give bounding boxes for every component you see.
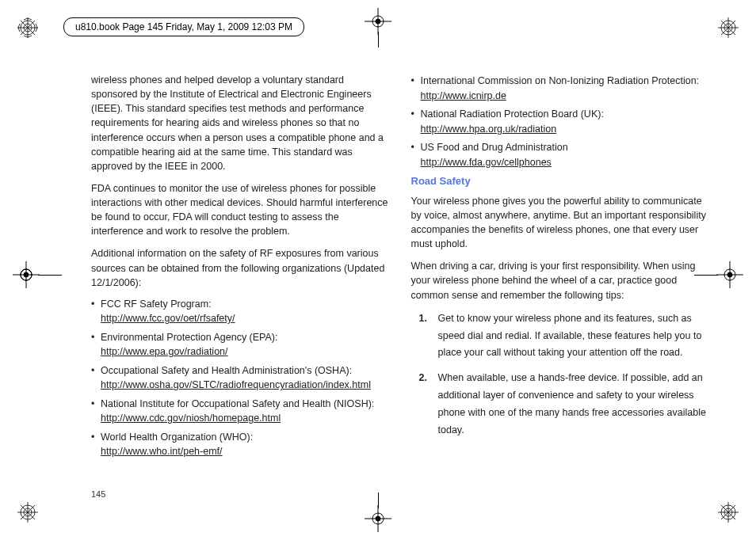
svg-point-39 bbox=[376, 19, 380, 24]
registration-mark-icon bbox=[17, 502, 38, 523]
svg-line-6 bbox=[28, 18, 32, 20]
svg-point-38 bbox=[372, 16, 384, 27]
svg-line-8 bbox=[36, 24, 37, 28]
crosshair-icon bbox=[365, 505, 391, 532]
svg-line-7 bbox=[24, 18, 28, 20]
page: u810.book Page 145 Friday, May 1, 2009 1… bbox=[0, 0, 756, 540]
paragraph: wireless phones and helped develop a vol… bbox=[91, 73, 389, 173]
org-url[interactable]: http://www.icnirp.de bbox=[421, 89, 709, 104]
svg-line-25 bbox=[21, 505, 35, 519]
svg-point-32 bbox=[21, 269, 32, 280]
list-item: National Institute for Occupational Safe… bbox=[91, 397, 389, 426]
svg-line-13 bbox=[18, 28, 20, 32]
org-label: FCC RF Safety Program: bbox=[101, 299, 212, 310]
crop-line bbox=[378, 492, 379, 508]
org-label: National Institute for Occupational Safe… bbox=[101, 398, 374, 409]
svg-point-37 bbox=[727, 272, 732, 277]
content-area: wireless phones and helped develop a vol… bbox=[91, 73, 708, 477]
org-url[interactable]: http://www.epa.gov/radiation/ bbox=[101, 345, 389, 359]
registration-mark-icon bbox=[17, 17, 38, 38]
page-number: 145 bbox=[91, 489, 105, 499]
bullet-list: FCC RF Safety Program: http://www.fcc.go… bbox=[91, 298, 389, 459]
list-number: 2. bbox=[419, 370, 427, 387]
org-label: National Radiation Protection Board (UK)… bbox=[421, 108, 604, 120]
list-item: Environmental Protection Agency (EPA): h… bbox=[91, 331, 389, 359]
paragraph: Your wireless phone gives you the powerf… bbox=[411, 194, 709, 252]
org-url[interactable]: http://www.hpa.org.uk/radiation bbox=[421, 123, 709, 137]
svg-point-40 bbox=[372, 513, 384, 524]
svg-line-5 bbox=[21, 21, 35, 35]
org-label: Environmental Protection Agency (EPA): bbox=[101, 332, 278, 343]
right-column: International Commission on Non-Ionizing… bbox=[411, 73, 709, 477]
svg-line-24 bbox=[21, 505, 35, 519]
org-label: International Commission on Non-Ionizing… bbox=[421, 75, 700, 86]
svg-point-33 bbox=[21, 269, 32, 280]
svg-point-27 bbox=[724, 508, 732, 516]
list-text: Get to know your wireless phone and its … bbox=[438, 313, 702, 359]
list-item: Occupational Safety and Health Administr… bbox=[91, 364, 389, 393]
svg-point-21 bbox=[24, 508, 32, 516]
list-item: International Commission on Non-Ionizing… bbox=[411, 74, 709, 103]
svg-point-1 bbox=[24, 24, 32, 32]
org-label: World Health Organization (WHO): bbox=[101, 432, 253, 443]
crosshair-icon bbox=[716, 261, 743, 288]
section-heading: Road Safety bbox=[411, 174, 709, 189]
list-item: 2. When available, use a hands-free devi… bbox=[411, 370, 709, 439]
paragraph: When driving a car, driving is your firs… bbox=[411, 259, 709, 302]
crosshair-icon bbox=[13, 261, 40, 288]
crop-line bbox=[38, 275, 62, 276]
svg-point-35 bbox=[24, 272, 29, 277]
list-number: 1. bbox=[419, 310, 427, 328]
svg-point-14 bbox=[721, 21, 735, 35]
svg-line-30 bbox=[721, 505, 735, 519]
svg-line-9 bbox=[36, 28, 37, 32]
svg-line-12 bbox=[18, 24, 20, 28]
svg-line-31 bbox=[721, 505, 735, 519]
svg-point-15 bbox=[724, 24, 732, 32]
left-column: wireless phones and helped develop a vol… bbox=[91, 73, 389, 477]
svg-point-26 bbox=[721, 505, 735, 519]
numbered-list: 1. Get to know your wireless phone and i… bbox=[411, 310, 709, 439]
org-url[interactable]: http://www.who.int/peh-emf/ bbox=[101, 445, 389, 459]
org-url[interactable]: http://www.fda.gov/cellphones bbox=[421, 156, 709, 170]
page-header: u810.book Page 145 Friday, May 1, 2009 1… bbox=[63, 17, 304, 36]
list-item: 1. Get to know your wireless phone and i… bbox=[411, 310, 709, 363]
svg-line-10 bbox=[24, 36, 28, 37]
svg-point-41 bbox=[376, 516, 380, 521]
header-text: u810.book Page 145 Friday, May 1, 2009 1… bbox=[75, 21, 292, 32]
list-item: FCC RF Safety Program: http://www.fcc.go… bbox=[91, 298, 389, 326]
crosshair-icon bbox=[365, 8, 391, 35]
crop-line bbox=[378, 32, 379, 48]
registration-mark-icon bbox=[718, 502, 739, 523]
svg-point-0 bbox=[21, 21, 35, 35]
org-url[interactable]: http://www.osha.gov/SLTC/radiofrequencyr… bbox=[101, 378, 389, 393]
paragraph: FDA continues to monitor the use of wire… bbox=[91, 181, 389, 239]
svg-line-19 bbox=[721, 21, 735, 35]
paragraph: Additional information on the safety of … bbox=[91, 246, 389, 289]
org-label: Occupational Safety and Health Administr… bbox=[101, 365, 352, 376]
list-item: National Radiation Protection Board (UK)… bbox=[411, 108, 709, 136]
svg-point-36 bbox=[724, 269, 735, 280]
bullet-list: International Commission on Non-Ionizing… bbox=[411, 74, 709, 169]
list-text: When available, use a hands-free device.… bbox=[438, 372, 706, 435]
svg-point-20 bbox=[21, 505, 35, 519]
svg-line-4 bbox=[21, 21, 35, 35]
registration-mark-icon bbox=[718, 17, 739, 38]
org-url[interactable]: http://www.fcc.gov/oet/rfsafety/ bbox=[101, 312, 389, 326]
svg-line-11 bbox=[28, 36, 32, 37]
svg-line-18 bbox=[721, 21, 735, 35]
org-label: US Food and Drug Administration bbox=[421, 142, 568, 153]
svg-point-34 bbox=[21, 269, 32, 280]
list-item: US Food and Drug Administration http://w… bbox=[411, 141, 709, 169]
list-item: World Health Organization (WHO): http://… bbox=[91, 431, 389, 459]
org-url[interactable]: http://www.cdc.gov/niosh/homepage.html bbox=[101, 412, 389, 426]
